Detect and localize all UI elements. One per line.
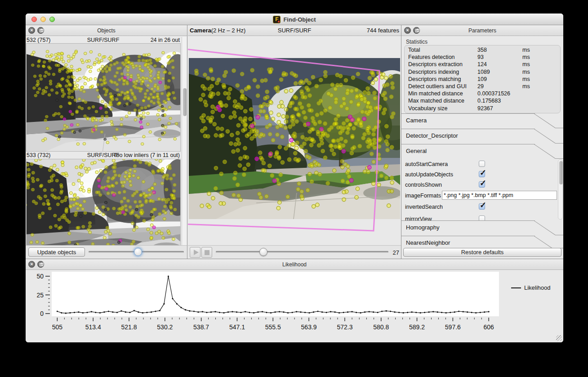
stat-name: Descriptors matching [408, 76, 461, 82]
svg-text:521.8: 521.8 [121, 323, 137, 331]
frame-value: 27 [393, 249, 399, 256]
tab-general[interactable]: General [401, 144, 563, 159]
camera-view [189, 58, 400, 219]
statistics-label: Statistics [406, 39, 428, 45]
stat-unit: ms [522, 47, 530, 53]
tab-label: Homography [406, 224, 439, 231]
update-objects-button[interactable]: Update objects [28, 247, 85, 257]
svg-text:563.9: 563.9 [301, 323, 317, 331]
stat-value: 124 [477, 61, 487, 67]
stat-value: 93 [477, 54, 484, 60]
play-icon [194, 250, 199, 255]
stat-unit: ms [522, 61, 530, 67]
controlsshown-checkbox[interactable] [479, 181, 485, 188]
chart-legend: Likelihood [511, 284, 551, 291]
autostartcamera-checkbox[interactable] [479, 161, 485, 167]
invertedsearch-checkbox[interactable] [479, 203, 485, 210]
svg-text:513.4: 513.4 [85, 323, 101, 331]
frame-slider-handle[interactable] [259, 248, 267, 256]
svg-text:25: 25 [36, 292, 44, 299]
stat-name: Min matched distance [408, 90, 463, 97]
stat-name: Descriptors indexing [408, 69, 459, 75]
stat-name: Max matched distance [408, 98, 464, 104]
stat-value: 29 [477, 83, 484, 90]
stat-name: Total [408, 47, 420, 53]
parameters-scrollbar[interactable] [558, 159, 563, 220]
statistics-box: Total358ms Features detection93ms Descri… [404, 45, 561, 113]
camera-panel: Camera(2 Hz – 2 Hz) SURF/SURF 744 featur… [188, 25, 401, 259]
object-item-header: 533 (732) SURF/SURF Too low inliers (7 i… [26, 152, 181, 159]
svg-text:50: 50 [36, 273, 44, 280]
objects-control-bar: Update objects [26, 245, 187, 259]
param-label: invertedSearch [405, 204, 443, 210]
param-row: invertedSearch [401, 202, 557, 212]
svg-text:606: 606 [484, 323, 494, 331]
imageformats-input[interactable] [442, 191, 557, 200]
stat-unit: ms [522, 54, 530, 60]
stat-value: 358 [477, 47, 487, 53]
title-bar[interactable]: F Find-Object [26, 13, 563, 25]
play-button[interactable] [190, 247, 200, 258]
stat-name: Descriptors extraction [408, 61, 463, 67]
camera-panel-header: Camera(2 Hz – 2 Hz) SURF/SURF 744 featur… [188, 25, 401, 36]
frame-slider-track[interactable] [216, 251, 388, 253]
svg-text:530.2: 530.2 [157, 323, 173, 331]
likelihood-panel-header: Likelihood [26, 259, 563, 270]
stat-value: 92367 [477, 105, 493, 112]
objects-scrollbar[interactable] [182, 37, 187, 245]
svg-text:0: 0 [40, 310, 44, 317]
object-thumbnail[interactable] [26, 43, 181, 152]
likelihood-chart: 02550505513.4521.8530.2538.7547.1555.556… [26, 270, 563, 342]
param-label: mirrorView [405, 216, 432, 220]
objects-slider-handle[interactable] [134, 248, 142, 256]
tab-label: Detector_Descriptor [406, 132, 458, 139]
stop-button[interactable] [201, 247, 212, 258]
param-label: autoUpdateObjects [405, 171, 453, 178]
param-row: imageFormats [401, 191, 557, 201]
parameters-scrollbar-thumb[interactable] [559, 161, 563, 184]
svg-text:589.2: 589.2 [409, 323, 425, 331]
stat-value: 1089 [477, 69, 490, 75]
svg-text:555.5: 555.5 [265, 323, 281, 331]
svg-text:505: 505 [52, 323, 63, 331]
objects-slider[interactable] [89, 248, 184, 256]
likelihood-panel-title: Likelihood [26, 261, 563, 268]
stat-name: Vocabulary size [408, 105, 448, 112]
param-label: autoStartCamera [405, 161, 448, 167]
object-thumbnail[interactable] [26, 159, 181, 245]
objects-panel-title: Objects [26, 27, 187, 34]
app-icon: F [273, 16, 281, 23]
svg-text:572.3: 572.3 [337, 323, 352, 331]
desktop: { "window": { "title": "Find-Object" }, … [0, 0, 588, 377]
param-label: imageFormats [405, 193, 441, 199]
general-params-list: autoStartCamera autoUpdateObjects contro… [401, 159, 563, 220]
svg-text:597.6: 597.6 [445, 323, 461, 331]
legend-line-swatch [511, 287, 521, 288]
stat-name: Features detection [408, 54, 455, 60]
stat-value: 0.175683 [477, 98, 501, 104]
restore-defaults-button[interactable]: Restore defaults [403, 248, 561, 257]
mirrorview-checkbox[interactable] [479, 215, 485, 220]
window-title: Find-Object [283, 16, 316, 23]
tab-camera[interactable]: Camera [401, 113, 563, 128]
parameters-panel-title: Parameters [401, 27, 563, 34]
objects-panel-header: Objects [26, 25, 187, 36]
parameters-panel-header: Parameters [401, 25, 563, 36]
stat-unit: ms [522, 76, 530, 82]
tab-label: NearestNeighbor [406, 239, 450, 246]
resize-grip[interactable] [556, 335, 562, 341]
tab-homography[interactable]: Homography [401, 220, 563, 235]
param-row: controlsShown [401, 180, 557, 190]
parameters-panel: Parameters Statistics Total358ms Feature… [401, 25, 563, 259]
tab-nearestneighbor[interactable]: NearestNeighbor [401, 236, 563, 248]
stat-name: Detect outliers and GUI [408, 83, 467, 90]
objects-panel: Objects 532 (757) SURF/SURF 24 in 26 out… [26, 25, 187, 259]
param-row: autoStartCamera [401, 160, 557, 170]
autoupdateobjects-checkbox[interactable] [479, 171, 485, 177]
tab-detector-descriptor[interactable]: Detector_Descriptor [401, 129, 563, 144]
frame-slider[interactable] [216, 248, 388, 256]
likelihood-panel: Likelihood 02550505513.4521.8530.2538.75… [26, 259, 563, 342]
param-row: mirrorView [401, 215, 557, 220]
objects-scrollbar-thumb[interactable] [183, 88, 187, 116]
camera-feature-count: 744 features [367, 27, 399, 34]
